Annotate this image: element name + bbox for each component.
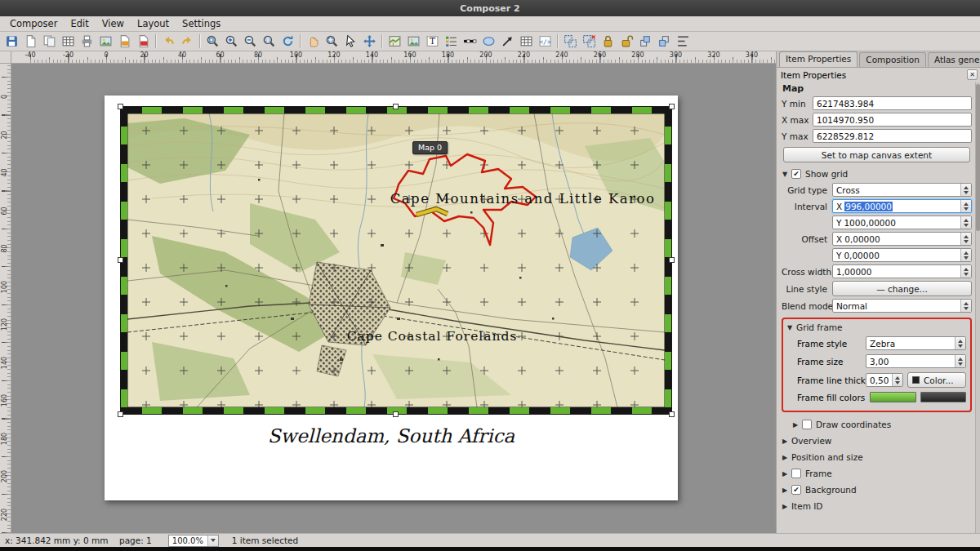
selection-handle[interactable] [393,104,399,109]
grid-interval-x-input[interactable]: X 996,00000 [832,199,972,213]
line-style-change-button[interactable]: — change... [832,281,972,296]
spin-arrows-icon[interactable] [960,249,971,261]
selection-handle[interactable] [669,411,675,417]
composer-canvas[interactable]: Cape Mountains and Little Karoo Cape Coa… [11,64,776,533]
show-grid-checkbox[interactable]: ✔ [791,169,801,179]
section-checkbox[interactable]: ✔ [791,485,801,495]
combo-arrows-icon[interactable] [960,184,971,196]
menu-edit[interactable]: Edit [64,16,95,31]
selection-handle[interactable] [393,411,399,417]
selection-handle[interactable] [118,104,123,109]
move-item-content-button[interactable] [360,33,378,51]
selection-handle[interactable] [118,257,123,263]
menu-view[interactable]: View [96,16,131,31]
spin-arrows-icon[interactable] [955,355,965,367]
cross-width-input[interactable]: 1,00000 [832,264,972,278]
add-new-legend-button[interactable] [442,33,460,51]
spin-arrows-icon[interactable] [960,200,971,212]
zoom-actual-button[interactable]: 1:1 [260,33,278,51]
spin-arrows-icon[interactable] [960,233,971,245]
section-checkbox[interactable] [791,469,801,478]
spin-arrows-icon[interactable] [960,265,971,278]
add-arrow-button[interactable] [498,33,516,51]
grid-offset-y-input[interactable]: Y 0,00000 [832,248,972,262]
selection-handle[interactable] [669,104,675,109]
grid-frame-expander-icon[interactable]: ▼ [787,324,796,331]
expander-icon[interactable]: ▶ [782,503,791,510]
tab-atlas-generation[interactable]: Atlas generation [928,52,980,67]
spin-arrows-icon[interactable] [892,374,902,386]
show-grid-expander-icon[interactable]: ▼ [782,171,791,178]
print-button[interactable] [78,33,96,51]
chevron-down-icon[interactable] [207,535,218,546]
selection-handle[interactable] [118,411,123,417]
section-frame[interactable]: ▶ Frame [782,469,972,478]
tab-item-properties[interactable]: Item Properties [779,51,858,67]
expander-icon[interactable]: ▶ [782,470,791,478]
composition-title-label[interactable]: Swellendam, South Africa [105,425,678,447]
frame-size-input[interactable]: 3,00 [866,354,966,368]
section-position-and-size[interactable]: ▶ Position and size [782,452,972,462]
undo-button[interactable] [159,33,177,51]
redo-button[interactable] [178,33,196,51]
add-html-frame-button[interactable]: </> [536,33,554,51]
section-overview[interactable]: ▶ Overview [782,436,972,446]
add-new-scalebar-button[interactable] [461,33,479,51]
refresh-view-button[interactable] [278,33,296,51]
expander-icon[interactable]: ▶ [782,438,791,445]
menu-composer[interactable]: Composer [3,16,64,31]
scrollbar-thumb[interactable] [976,84,980,231]
lock-selected-items-button[interactable] [599,33,617,51]
composition-page[interactable]: Cape Mountains and Little Karoo Cape Coa… [105,96,678,500]
panel-scrollbar[interactable] [975,82,980,533]
add-new-label-button[interactable]: T [423,33,441,51]
set-to-map-canvas-extent-button[interactable]: Set to map canvas extent [783,147,970,162]
export-as-svg-button[interactable] [115,33,133,51]
duplicate-composer-button[interactable] [40,33,58,51]
blend-mode-combo[interactable]: Normal [832,299,972,313]
zoom-region-button[interactable] [323,33,341,51]
menu-settings[interactable]: Settings [176,16,227,31]
zoom-full-button[interactable] [203,33,221,51]
zoom-in-button[interactable] [222,33,240,51]
section-draw-coordinates[interactable]: ▶ Draw coordinates [793,420,972,429]
add-image-button[interactable] [404,33,422,51]
grid-type-combo[interactable]: Cross [832,183,972,197]
raise-selected-items-button[interactable] [636,33,654,51]
frame-line-thickness-input[interactable]: 0,50 [866,373,903,387]
tab-composition[interactable]: Composition [859,52,926,67]
spin-arrows-icon[interactable] [960,216,971,229]
zoom-level-combo[interactable]: 100.0% [168,535,219,547]
expander-icon[interactable]: ▶ [782,454,791,461]
frame-fill-color-1-swatch[interactable] [870,392,916,402]
pan-button[interactable] [304,33,322,51]
grid-offset-x-input[interactable]: X 0,00000 [832,232,972,246]
grid-interval-y-input[interactable]: Y 1000,00000 [832,216,972,229]
frame-color-button[interactable]: Color... [907,372,966,388]
combo-arrows-icon[interactable] [960,300,971,312]
y-min-input[interactable]: 6217483.984 [813,96,972,110]
group-items-button[interactable] [561,33,579,51]
selection-handle[interactable] [669,257,675,263]
section-checkbox[interactable] [802,420,812,429]
new-composer-button[interactable] [21,33,39,51]
save-project-button[interactable] [2,33,20,51]
frame-fill-color-2-swatch[interactable] [920,392,967,402]
zoom-out-button[interactable] [241,33,259,51]
select-move-item-button[interactable] [341,33,359,51]
lower-selected-items-button[interactable] [655,33,673,51]
align-items-button[interactable] [674,33,692,51]
export-as-image-button[interactable] [96,33,114,51]
frame-style-combo[interactable]: Zebra [866,336,966,350]
composer-manager-button[interactable] [59,33,77,51]
x-max-input[interactable]: 1014970.950 [813,113,972,127]
section-item-id[interactable]: ▶ Item ID [782,501,972,511]
expander-icon[interactable]: ▶ [793,421,802,429]
menu-layout[interactable]: Layout [131,16,176,31]
close-icon[interactable]: ✕ [967,69,978,80]
map-item[interactable]: Cape Mountains and Little Karoo Cape Coa… [121,107,671,414]
export-as-pdf-button[interactable] [134,33,152,51]
expander-icon[interactable]: ▶ [782,487,791,494]
add-attribute-table-button[interactable] [517,33,535,51]
ungroup-items-button[interactable] [580,33,598,51]
